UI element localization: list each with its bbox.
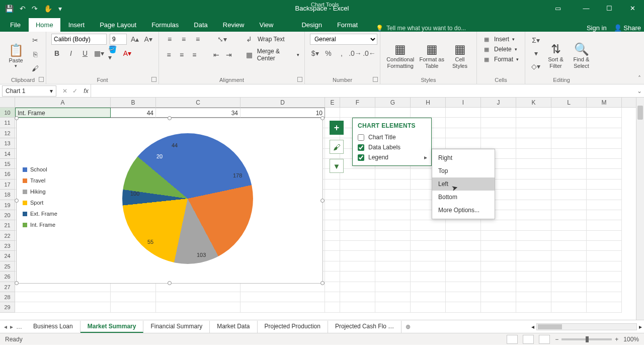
- cell[interactable]: [111, 292, 156, 302]
- tab-page-layout[interactable]: Page Layout: [93, 18, 143, 32]
- cell[interactable]: [375, 231, 411, 241]
- cell[interactable]: [516, 210, 551, 220]
- row-header[interactable]: 27: [0, 282, 15, 292]
- cell[interactable]: [551, 190, 587, 200]
- tab-file[interactable]: File: [3, 18, 28, 32]
- cell[interactable]: [516, 282, 551, 292]
- copy-icon[interactable]: ⎘: [30, 49, 41, 60]
- col-header[interactable]: L: [551, 98, 587, 107]
- chevron-down-icon[interactable]: ▾: [50, 87, 53, 95]
- cell[interactable]: [375, 292, 411, 302]
- cell[interactable]: [325, 190, 340, 200]
- delete-cells-button[interactable]: Delete: [494, 46, 512, 53]
- redo-icon[interactable]: ↷: [32, 5, 38, 13]
- cell[interactable]: [375, 200, 411, 210]
- qat-customize-icon[interactable]: ▾: [58, 5, 62, 13]
- cell[interactable]: [375, 241, 411, 251]
- row-header[interactable]: 14: [0, 149, 15, 159]
- cell[interactable]: [446, 282, 481, 292]
- select-all-corner[interactable]: [0, 98, 15, 107]
- cell[interactable]: [340, 302, 375, 312]
- accounting-format-icon[interactable]: $▾: [310, 48, 320, 59]
- scroll-left-icon[interactable]: ◂: [531, 323, 534, 330]
- cell[interactable]: [481, 272, 516, 282]
- cell[interactable]: [516, 231, 551, 241]
- merge-center-button[interactable]: Merge & Center: [257, 48, 294, 62]
- cell[interactable]: [411, 251, 446, 261]
- percent-format-icon[interactable]: %: [323, 48, 333, 59]
- cell[interactable]: [516, 220, 551, 230]
- wrap-text-button[interactable]: Wrap Text: [258, 36, 285, 43]
- cell[interactable]: [325, 231, 340, 241]
- cell[interactable]: [481, 251, 516, 261]
- clear-icon[interactable]: ◇▾: [530, 61, 541, 72]
- format-cells-button[interactable]: Format: [494, 56, 513, 63]
- col-header[interactable]: I: [446, 98, 481, 107]
- row-header[interactable]: 22: [0, 231, 15, 241]
- row-header[interactable]: 12: [0, 128, 15, 138]
- cell[interactable]: [325, 292, 340, 302]
- cell[interactable]: [587, 159, 622, 169]
- align-bottom-icon[interactable]: ≡: [192, 34, 203, 45]
- cell[interactable]: [587, 149, 622, 159]
- cell[interactable]: [325, 282, 340, 292]
- cell[interactable]: [340, 282, 375, 292]
- cell[interactable]: [516, 128, 551, 138]
- maximize-button[interactable]: ☐: [598, 0, 621, 17]
- col-header[interactable]: G: [375, 98, 411, 107]
- cell[interactable]: [516, 179, 551, 190]
- underline-button[interactable]: U: [79, 48, 91, 59]
- cell[interactable]: [375, 261, 411, 272]
- row-header[interactable]: 28: [0, 292, 15, 302]
- cell[interactable]: [446, 251, 481, 261]
- decrease-indent-icon[interactable]: ⇤: [211, 49, 221, 60]
- cell[interactable]: [587, 302, 622, 312]
- save-icon[interactable]: 💾: [5, 5, 14, 13]
- cell[interactable]: [446, 231, 481, 241]
- cell[interactable]: [411, 292, 446, 302]
- cell[interactable]: [375, 190, 411, 200]
- cell[interactable]: [375, 169, 411, 179]
- tab-format[interactable]: Format: [330, 18, 365, 32]
- cell[interactable]: [481, 241, 516, 251]
- cell[interactable]: [325, 108, 340, 118]
- col-header[interactable]: M: [587, 98, 622, 107]
- row-header[interactable]: 26: [0, 272, 15, 282]
- cell[interactable]: [446, 220, 481, 230]
- chart-filters-button[interactable]: ▼: [330, 159, 344, 173]
- cell[interactable]: [551, 108, 587, 118]
- cell[interactable]: [551, 241, 587, 251]
- cell[interactable]: [340, 200, 375, 210]
- tab-insert[interactable]: Insert: [61, 18, 92, 32]
- sheet-tab[interactable]: Business Loan: [26, 321, 80, 333]
- cell[interactable]: [587, 292, 622, 302]
- insert-cells-button[interactable]: Insert: [494, 36, 509, 43]
- cell[interactable]: [375, 251, 411, 261]
- cell[interactable]: [551, 231, 587, 241]
- enter-formula-icon[interactable]: ✓: [72, 87, 77, 95]
- cell[interactable]: [551, 200, 587, 210]
- row-header[interactable]: 23: [0, 241, 15, 251]
- cell[interactable]: [340, 169, 375, 179]
- legend-item[interactable]: Sport: [23, 200, 57, 206]
- checkbox[interactable]: [358, 154, 364, 161]
- formula-input[interactable]: [91, 84, 635, 97]
- cell[interactable]: [587, 138, 622, 148]
- cell[interactable]: [551, 220, 587, 230]
- row-header[interactable]: 29: [0, 302, 15, 312]
- comma-format-icon[interactable]: ,: [337, 48, 347, 59]
- col-header[interactable]: H: [411, 98, 446, 107]
- cell[interactable]: [340, 261, 375, 272]
- cell[interactable]: [551, 179, 587, 190]
- submenu-item[interactable]: Top: [432, 164, 495, 177]
- cell[interactable]: [587, 128, 622, 138]
- cell[interactable]: [587, 272, 622, 282]
- cell[interactable]: [446, 292, 481, 302]
- close-button[interactable]: ✕: [621, 0, 644, 17]
- cell[interactable]: Int. Frame: [15, 108, 111, 118]
- cell[interactable]: [551, 251, 587, 261]
- cell[interactable]: [516, 118, 551, 128]
- row-header[interactable]: 13: [0, 138, 15, 148]
- cell[interactable]: [551, 149, 587, 159]
- cell[interactable]: [481, 118, 516, 128]
